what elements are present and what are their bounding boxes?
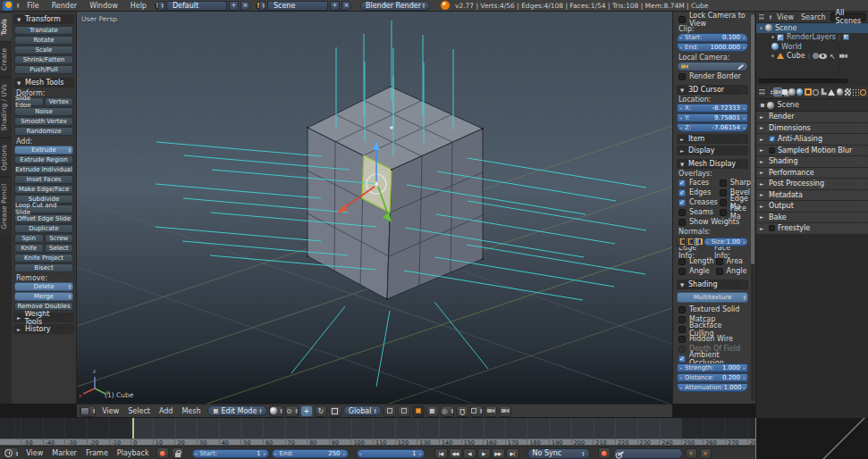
checkbox-row[interactable]: Depth Of Field xyxy=(677,344,748,354)
panel-grip-icon[interactable] xyxy=(861,136,864,142)
timeline-editor-button[interactable] xyxy=(4,447,19,459)
render-engine-dropdown[interactable]: Blender Render xyxy=(360,1,430,11)
panel-closed-icon[interactable] xyxy=(760,147,766,153)
panel-checkbox[interactable] xyxy=(769,136,775,142)
rotate-manipulator-button[interactable] xyxy=(315,405,327,417)
scrollbar-thumb[interactable] xyxy=(751,14,754,264)
playback-button[interactable]: ▶| xyxy=(506,448,519,459)
tool-button[interactable]: Screw xyxy=(45,234,74,243)
properties-panel-row[interactable]: Post Processing xyxy=(756,179,868,189)
cursor-axis-field[interactable]: Z:-7.06154 xyxy=(677,123,748,132)
panel-grip-icon[interactable] xyxy=(861,203,864,209)
face-select-button[interactable] xyxy=(412,405,425,417)
checkbox-row[interactable]: Face Ma xyxy=(718,207,751,217)
scene-selector-icon[interactable] xyxy=(256,1,265,11)
tool-button[interactable]: Offset Edge Slide xyxy=(14,214,73,223)
tool-button[interactable]: Knife xyxy=(14,244,44,253)
checkbox[interactable] xyxy=(678,258,686,265)
viewport-canvas[interactable] xyxy=(77,12,672,404)
scene-field[interactable]: Scene xyxy=(267,1,328,11)
expand-dot-icon[interactable] xyxy=(760,27,763,29)
outliner-row-renderlayers[interactable]: RenderLayers xyxy=(756,33,868,43)
tab-physics-icon[interactable] xyxy=(860,89,866,96)
outliner-hscrollbar[interactable] xyxy=(758,79,848,83)
menu-item[interactable]: Window xyxy=(83,2,124,10)
tool-button[interactable]: Shrink/Fatten xyxy=(14,55,73,64)
keying-set-field[interactable] xyxy=(613,448,683,459)
vertex-normals-toggle[interactable] xyxy=(677,237,684,247)
opengl-render-anim-button[interactable] xyxy=(499,405,511,417)
menu-item[interactable]: View xyxy=(773,13,797,21)
cursor-panel-header[interactable]: 3D Cursor xyxy=(677,85,748,95)
checkbox[interactable] xyxy=(678,326,686,333)
tool-button[interactable]: Smooth Vertex xyxy=(14,117,73,126)
menu-item[interactable]: Frame xyxy=(81,449,113,457)
checkbox-row[interactable]: Area xyxy=(714,256,748,266)
checkbox-row[interactable]: Faces xyxy=(677,178,718,188)
panel-grip-icon[interactable] xyxy=(861,192,864,198)
timeline-ruler[interactable]: -50-40-30-20-100102030405060708090100110… xyxy=(0,438,755,446)
checkbox-row[interactable]: Seams xyxy=(677,207,718,217)
outliner-row-world[interactable]: World xyxy=(756,42,868,52)
checkbox-row[interactable]: Angle xyxy=(677,266,714,276)
tool-dropdown[interactable]: Merge xyxy=(14,292,73,301)
checkbox-row[interactable]: Length xyxy=(677,256,714,266)
shelf-tab[interactable]: Create xyxy=(0,41,12,77)
clip-start-field[interactable]: Start:0.100 xyxy=(677,33,748,42)
manipulator-toggle-button[interactable] xyxy=(300,405,313,417)
panel-grip-icon[interactable] xyxy=(861,170,864,176)
collapsed-panel-header[interactable]: History xyxy=(13,324,74,334)
tab-object-data-icon[interactable] xyxy=(828,89,835,96)
menu-item[interactable]: View xyxy=(97,407,123,415)
shelf-tab[interactable]: Shading / UVs xyxy=(0,77,12,137)
panel-closed-icon[interactable] xyxy=(760,226,766,231)
mesh-display-panel-header[interactable]: Mesh Display xyxy=(677,159,748,169)
tool-button[interactable]: Knife Project xyxy=(14,254,73,263)
collapsed-panel-header[interactable]: Item xyxy=(677,134,748,144)
shelf-tab[interactable]: Grease Pencil xyxy=(0,177,12,236)
edge-select-button[interactable] xyxy=(398,405,410,417)
checkbox[interactable] xyxy=(720,199,727,206)
checkbox[interactable] xyxy=(678,268,686,275)
menu-item[interactable]: View xyxy=(21,449,47,457)
properties-panel-row[interactable]: Sampled Motion Blur xyxy=(756,146,868,156)
playback-button[interactable]: ◀ xyxy=(463,448,476,459)
tab-world-icon[interactable] xyxy=(796,88,803,96)
menu-item[interactable]: File xyxy=(21,2,45,10)
tab-texture-icon[interactable] xyxy=(845,88,851,96)
tool-button[interactable]: Inset Faces xyxy=(14,175,73,184)
vertex-select-button[interactable] xyxy=(383,405,396,417)
properties-panel-row[interactable]: Performance xyxy=(756,168,868,179)
tab-render-icon[interactable] xyxy=(774,88,781,96)
tab-object-icon[interactable] xyxy=(805,88,812,96)
ao-field[interactable]: Strength:1.000 xyxy=(677,363,748,372)
tool-button[interactable]: Spin xyxy=(14,234,44,243)
eyedropper-icon[interactable] xyxy=(737,64,743,70)
screen-layout-field[interactable]: Default xyxy=(166,1,227,11)
panel-closed-icon[interactable] xyxy=(760,114,766,120)
transform-panel-header[interactable]: Transform xyxy=(13,14,74,24)
tool-button[interactable]: Scale xyxy=(14,46,73,54)
snap-toggle-button[interactable] xyxy=(456,405,468,417)
collapsed-panel-header[interactable]: Weight Tools xyxy=(13,313,74,322)
panel-checkbox[interactable] xyxy=(769,147,775,154)
auto-keyframe-button[interactable] xyxy=(156,447,169,459)
checkbox[interactable] xyxy=(720,189,727,196)
tab-render-layers-icon[interactable] xyxy=(782,89,788,95)
panel-closed-icon[interactable] xyxy=(760,214,766,220)
tool-button[interactable]: Extrude Region xyxy=(14,155,73,164)
split-normals-toggle[interactable] xyxy=(685,237,692,247)
panel-closed-icon[interactable] xyxy=(760,170,766,175)
checkbox[interactable] xyxy=(678,179,686,187)
frame-start-field[interactable]: Start:1 xyxy=(192,449,269,458)
outliner-row-cube[interactable]: Cube xyxy=(756,52,868,62)
tool-button[interactable]: Vertex xyxy=(45,97,74,106)
tool-button[interactable]: Randomize xyxy=(14,127,73,136)
pin-icon[interactable] xyxy=(760,101,764,109)
lock-button[interactable] xyxy=(172,447,184,459)
npanel-scrollbar[interactable] xyxy=(751,14,754,401)
mesh-tools-panel-header[interactable]: Mesh Tools xyxy=(13,78,74,88)
panel-closed-icon[interactable] xyxy=(760,137,766,142)
orientation-dropdown[interactable]: Global xyxy=(343,405,382,416)
panel-checkbox[interactable] xyxy=(769,225,775,231)
